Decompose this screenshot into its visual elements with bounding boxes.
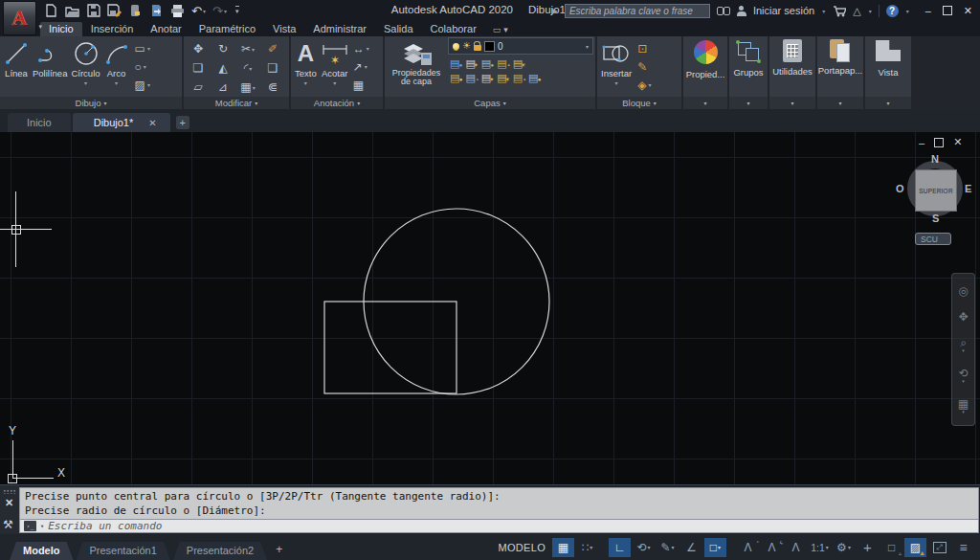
ribbon-tab-parametrico[interactable]: Paramétrico <box>190 22 264 36</box>
rotate-icon[interactable]: ↻ <box>218 42 228 56</box>
close-button[interactable]: ✕ <box>964 6 972 16</box>
redo-caret-icon[interactable]: ▾ <box>224 8 227 14</box>
annotation-monitor-plus-icon[interactable]: + <box>857 538 879 557</box>
move-icon[interactable]: ✥ <box>193 42 203 56</box>
grid-toggle[interactable]: ▦ <box>552 538 574 557</box>
maximize-button[interactable] <box>943 6 952 15</box>
object-snap-toggle[interactable]: □▾ <box>704 538 726 557</box>
offset-icon[interactable]: ⋐ <box>268 80 278 94</box>
layout-tab-presentacion1[interactable]: Presentación1 <box>77 542 170 560</box>
panel-expand-caret-icon[interactable]: ▾ <box>746 100 749 106</box>
new-file-icon[interactable] <box>44 4 58 18</box>
panel-label-capas[interactable]: Capas▾ <box>385 97 595 109</box>
ribbon-tab-vista[interactable]: Vista <box>264 22 304 36</box>
viewport-close-icon[interactable]: ✕ <box>953 136 962 148</box>
ortho-toggle[interactable]: ∟ <box>609 538 631 557</box>
copy-icon[interactable]: ❏ <box>193 61 204 75</box>
snap-toggle[interactable]: ∷▾ <box>576 538 598 557</box>
command-line-grip[interactable]: ✕ ⚒ <box>0 485 19 534</box>
panel-expand-caret-icon[interactable]: ▾ <box>838 100 841 106</box>
help-icon[interactable]: ? <box>886 5 899 17</box>
fillet-icon[interactable]: ◜ <box>244 61 249 75</box>
layout-tab-modelo[interactable]: Modelo <box>10 542 74 560</box>
redo-icon[interactable]: ↷ <box>212 5 223 17</box>
ribbon-tab-salida[interactable]: Salida <box>375 22 422 36</box>
insert-button[interactable]: Insertar ▾ <box>599 37 634 97</box>
linear-dimension-icon[interactable]: ↔ <box>353 42 365 56</box>
polar-tracking-toggle[interactable]: ⟲▾ <box>633 538 655 557</box>
panel-utilidades[interactable]: Utilidades ▾ <box>769 36 815 109</box>
connect-caret-icon[interactable]: ▾ <box>869 8 872 14</box>
workspace-gear-icon[interactable]: ⚙▾ <box>833 538 855 557</box>
new-layout-button[interactable]: + <box>276 543 282 556</box>
ribbon-display-toggle[interactable]: ▭ ▾ <box>493 25 508 36</box>
sheet-set-icon[interactable] <box>128 4 143 18</box>
help-caret-icon[interactable]: ▾ <box>906 8 909 14</box>
panel-grupos[interactable]: Grupos ▾ <box>729 36 768 109</box>
qat-customize-icon[interactable]: ▾ <box>235 6 239 15</box>
plot-preview-icon[interactable] <box>149 4 164 18</box>
mirror-icon[interactable]: ◭ <box>218 61 227 75</box>
annotation-scale-icon[interactable]: Λ <box>785 538 807 557</box>
layout-tab-presentacion2[interactable]: Presentación2 <box>173 542 267 560</box>
orbit-icon[interactable]: ⟲▾ <box>958 368 968 384</box>
layer-select[interactable]: ☀ 0 ▾ <box>448 37 593 55</box>
isolate-objects-toggle[interactable]: □▵ <box>880 538 902 557</box>
viewport-minimize-icon[interactable]: – <box>919 137 924 148</box>
create-block-icon[interactable]: ⊡ <box>637 42 647 56</box>
viewcube-north[interactable]: N <box>931 153 939 165</box>
navigation-wheel-icon[interactable]: ◎ <box>958 285 968 297</box>
drawing-canvas[interactable]: Y X – ✕ SUPERIOR N S O E SCU ◎ ✥ ⌕▾ ⟲▾ ▦… <box>0 132 980 484</box>
panel-expand-caret-icon[interactable]: ▾ <box>791 100 793 106</box>
annotation-autoscale-toggle[interactable]: Λϟ <box>761 538 783 557</box>
panel-label-dibujo[interactable]: Dibujo▾ <box>0 97 182 109</box>
drag-grip-icon[interactable] <box>3 489 16 494</box>
isodraft-toggle[interactable]: ✎▾ <box>657 538 679 557</box>
hatch-tool-icon[interactable]: ▨ <box>135 78 145 92</box>
pan-icon[interactable]: ✥ <box>958 311 968 323</box>
app-store-cart-icon[interactable] <box>832 4 846 18</box>
panel-propiedades[interactable]: Propied... ▾ <box>683 36 727 109</box>
save-as-icon[interactable] <box>107 4 122 18</box>
line-button[interactable]: Línea <box>2 37 31 97</box>
leader-icon[interactable]: ↗ <box>353 60 363 74</box>
panel-expand-caret-icon[interactable]: ▾ <box>886 100 889 106</box>
erase-icon[interactable]: ✐ <box>268 42 278 56</box>
array-icon[interactable]: ▦ <box>240 80 251 94</box>
customization-menu-icon[interactable]: ≡ <box>952 538 974 557</box>
showmotion-icon[interactable]: ▦▾ <box>958 398 969 414</box>
osnap-tracking-toggle[interactable]: ∠ <box>680 538 702 557</box>
command-close-icon[interactable]: ✕ <box>5 497 13 509</box>
annotation-visibility-toggle[interactable]: Λ° <box>737 538 759 557</box>
wrench-icon[interactable]: ⚒ <box>3 518 13 531</box>
app-menu-button[interactable]: A ▾ <box>3 1 36 35</box>
model-space-label[interactable]: MODELO <box>499 542 546 553</box>
sign-in-link[interactable]: Iniciar sesión <box>753 5 814 16</box>
minimize-button[interactable]: – <box>925 6 931 16</box>
text-button[interactable]: A Texto ▾ <box>293 37 319 97</box>
viewcube-east[interactable]: E <box>965 183 971 194</box>
command-input[interactable]: ›_ ▾ Escriba un comando <box>19 519 979 533</box>
doc-tab-dibujo1[interactable]: Dibujo1* ✕ <box>73 113 170 132</box>
viewcube-south[interactable]: S <box>932 213 939 224</box>
sign-in-caret-icon[interactable]: ▾ <box>822 8 825 14</box>
trim-icon[interactable]: ✂ <box>241 42 251 56</box>
ribbon-tab-insercion[interactable]: Inserción <box>82 22 143 36</box>
search-collapse-icon[interactable]: ▶ <box>552 7 558 15</box>
search-input[interactable]: Escriba palabra clave o frase <box>565 4 710 18</box>
hardware-acceleration-toggle[interactable]: ▨▲ <box>904 538 926 557</box>
panel-expand-caret-icon[interactable]: ▾ <box>703 100 706 106</box>
table-icon[interactable]: ▦ <box>353 78 364 92</box>
clean-screen-toggle[interactable]: ⤢ <box>928 538 950 557</box>
doc-tab-close-icon[interactable]: ✕ <box>148 118 156 128</box>
scu-button[interactable]: SCU <box>915 233 951 245</box>
viewport-restore-icon[interactable] <box>934 138 944 147</box>
doc-tab-inicio[interactable]: Inicio <box>8 113 71 132</box>
layer-properties-button[interactable]: Propiedades de capa <box>387 37 446 97</box>
circle-button[interactable]: Círculo ▾ <box>69 37 101 97</box>
rectangle-tool-icon[interactable]: ▭ <box>135 42 145 56</box>
panel-label-bloque[interactable]: Bloque▾ <box>597 97 681 109</box>
viewcube-west[interactable]: O <box>896 183 904 194</box>
scale-icon[interactable]: ⊿ <box>218 80 228 94</box>
layer-tool-icon[interactable]: ▤ <box>513 72 523 83</box>
